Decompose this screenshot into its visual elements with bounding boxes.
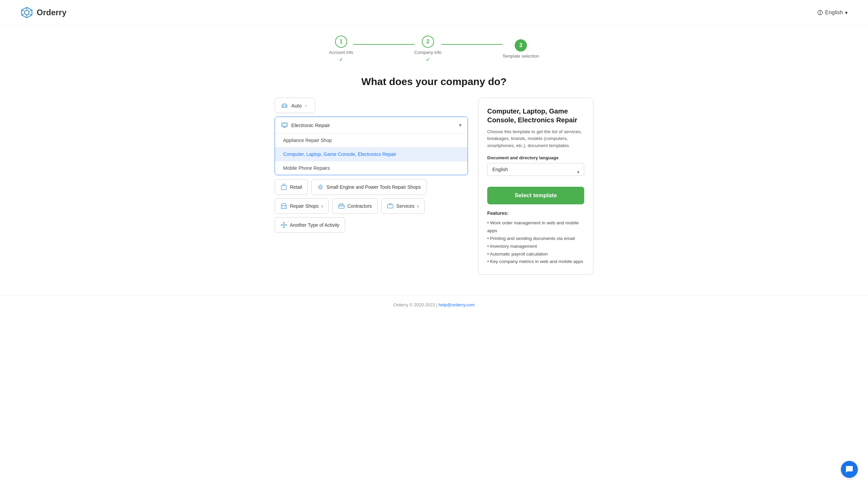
lang-chevron: ▾ xyxy=(845,9,848,16)
retail-label: Retail xyxy=(290,184,302,190)
language-label: English xyxy=(825,9,843,16)
svg-point-9 xyxy=(285,106,287,107)
step-1-circle: 1 xyxy=(335,36,347,48)
dropdown-items: Appliance Repair Shop Computer, Laptop, … xyxy=(275,133,468,175)
step-line-2 xyxy=(441,44,502,45)
step-1-check: ✓ xyxy=(339,57,343,62)
contractors-label: Contractors xyxy=(348,203,372,209)
footer-email[interactable]: help@orderry.com xyxy=(439,302,475,307)
lang-section-label: Document and directory language xyxy=(487,155,584,160)
repair-shops-label: Repair Shops xyxy=(290,203,319,209)
electronic-repair-dropdown: Electronic Repair ▾ Appliance Repair Sho… xyxy=(275,117,468,175)
svg-point-21 xyxy=(281,224,282,225)
another-activity-label: Another Type of Activity xyxy=(290,222,339,228)
retail-icon xyxy=(280,184,287,190)
row-repair-contractors-services: Repair Shops › Contractors Services xyxy=(275,198,468,214)
mobile-phone-repairs-item[interactable]: Mobile Phone Repairs xyxy=(275,161,468,175)
feature-2: • Printing and sending documents via ema… xyxy=(487,235,584,243)
step-3: 3 Template selection xyxy=(502,39,539,59)
svg-rect-16 xyxy=(281,205,287,208)
step-2-label: Company info xyxy=(414,50,441,55)
step-1-label: Account info xyxy=(329,50,353,55)
step-1: 1 Account info ✓ xyxy=(329,36,353,62)
row-another: Another Type of Activity xyxy=(275,217,468,233)
header: Orderry English ▾ xyxy=(0,0,868,25)
services-btn[interactable]: Services › xyxy=(381,198,425,214)
appliance-repair-item[interactable]: Appliance Repair Shop xyxy=(275,134,468,147)
language-select-wrapper: English xyxy=(487,163,584,181)
step-2-circle: 2 xyxy=(422,36,434,48)
svg-rect-19 xyxy=(338,205,344,208)
electronic-repair-chevron: ▾ xyxy=(459,122,461,128)
services-chevron: › xyxy=(417,203,419,209)
template-description: Choose this template to get the list of … xyxy=(487,128,584,149)
svg-rect-14 xyxy=(281,186,287,190)
repair-shops-chevron: › xyxy=(321,203,323,209)
auto-category-btn[interactable]: Auto › xyxy=(275,98,315,113)
computer-repair-item[interactable]: Computer, Laptop, Game Console, Electron… xyxy=(275,147,468,161)
features-title: Features: xyxy=(487,210,584,216)
feature-1: • Work order management in web and mobil… xyxy=(487,219,584,235)
repair-shops-btn[interactable]: Repair Shops › xyxy=(275,198,329,214)
logo-text: Orderry xyxy=(37,8,66,17)
electronic-repair-header[interactable]: Electronic Repair ▾ xyxy=(275,117,468,133)
footer: Orderry © 2020-2023 | help@orderry.com xyxy=(0,295,868,314)
repair-shops-icon xyxy=(280,203,287,209)
step-3-label: Template selection xyxy=(502,54,539,59)
services-icon xyxy=(387,203,394,209)
step-3-circle: 3 xyxy=(515,39,527,52)
auto-icon xyxy=(281,102,288,109)
translate-icon xyxy=(817,9,823,16)
page-title: What does your company do? xyxy=(275,76,593,87)
step-2-check: ✓ xyxy=(426,57,430,62)
row-retail-small-engine: Retail Small Engine and Power Tools Repa… xyxy=(275,179,468,195)
left-panel: Auto › Electronic Repair ▾ xyxy=(275,98,468,236)
retail-btn[interactable]: Retail xyxy=(275,179,308,195)
small-engine-icon xyxy=(317,184,324,190)
feature-5: • Key company metrics in web and mobile … xyxy=(487,258,584,266)
chat-button[interactable] xyxy=(841,461,858,478)
small-engine-label: Small Engine and Power Tools Repair Shop… xyxy=(327,184,421,190)
feature-3: • Inventory management xyxy=(487,243,584,250)
logo-icon xyxy=(20,6,33,19)
small-engine-btn[interactable]: Small Engine and Power Tools Repair Shop… xyxy=(311,179,427,195)
chat-icon xyxy=(845,465,853,473)
step-line-1 xyxy=(353,44,414,45)
svg-point-24 xyxy=(283,227,284,228)
logo[interactable]: Orderry xyxy=(20,6,66,19)
language-selector[interactable]: English ▾ xyxy=(817,9,848,16)
content-area: Auto › Electronic Repair ▾ xyxy=(275,98,593,275)
feature-4: • Automatic payroll calculation xyxy=(487,250,584,258)
svg-point-1 xyxy=(24,10,29,15)
another-activity-btn[interactable]: Another Type of Activity xyxy=(275,217,345,233)
svg-point-22 xyxy=(285,224,287,225)
svg-point-8 xyxy=(283,106,284,107)
electronic-repair-label: Electronic Repair xyxy=(291,122,330,128)
svg-rect-13 xyxy=(282,124,287,126)
select-template-button[interactable]: Select template xyxy=(487,187,584,204)
template-panel: Computer, Laptop, Game Console, Electron… xyxy=(478,98,593,275)
main-content: What does your company do? Auto › xyxy=(268,69,600,295)
stepper: 1 Account info ✓ 2 Company info ✓ 3 Temp… xyxy=(0,25,868,69)
svg-point-20 xyxy=(283,224,285,226)
contractors-icon xyxy=(338,203,345,209)
footer-copyright: Orderry © 2020-2023 | xyxy=(393,302,437,307)
language-select[interactable]: English xyxy=(487,163,584,176)
step-2: 2 Company info ✓ xyxy=(414,36,441,62)
template-title: Computer, Laptop, Game Console, Electron… xyxy=(487,107,584,124)
auto-chevron: › xyxy=(305,103,307,108)
services-label: Services xyxy=(396,203,415,209)
svg-point-15 xyxy=(319,186,321,188)
electronic-repair-icon xyxy=(281,122,288,128)
contractors-btn[interactable]: Contractors xyxy=(332,198,378,214)
svg-point-23 xyxy=(283,222,284,223)
auto-label: Auto xyxy=(291,103,302,108)
features-list: • Work order management in web and mobil… xyxy=(487,219,584,266)
another-activity-icon xyxy=(280,222,287,228)
